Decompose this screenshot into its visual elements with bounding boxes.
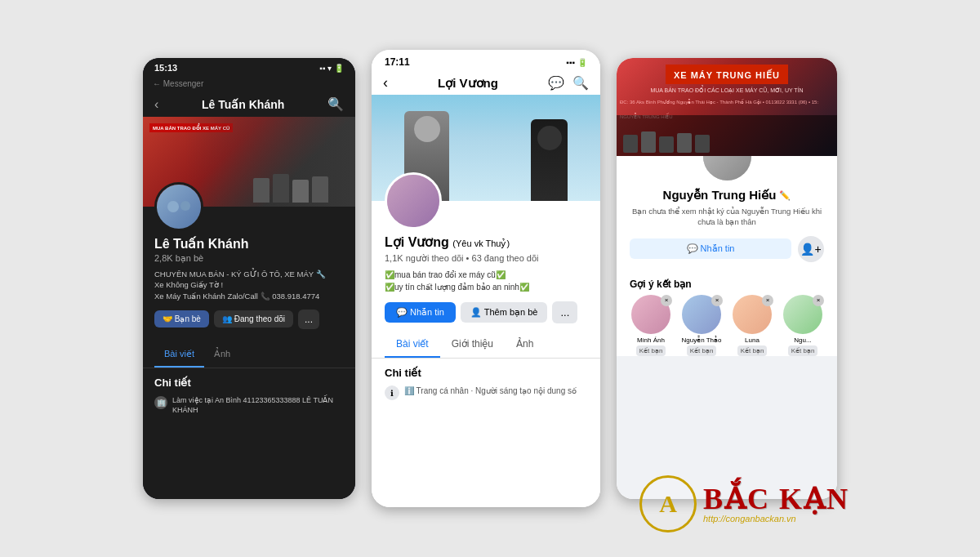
suggest-close-1[interactable]: × <box>711 295 723 306</box>
suggest-card-0: × Minh Ánh Kết bạn <box>630 295 672 357</box>
suggest-close-0[interactable]: × <box>661 295 672 306</box>
phone1-details-work: 🏢 Làm việc tại An Bình 41123365333888 LÊ… <box>154 395 344 416</box>
phone1-tab-posts[interactable]: Bài viết <box>154 342 204 368</box>
phone2-more-button[interactable]: ... <box>552 301 577 323</box>
phone1-back-icon[interactable]: ‹ <box>154 97 158 112</box>
phone1-status-bar: 15:13 ▪▪ ▾ 🔋 <box>143 58 355 76</box>
phone1-details-title: Chi tiết <box>154 377 344 389</box>
phone2-profile-section: Lợi Vương (Yêu vk Thuỷ) 1,1K người theo … <box>372 201 600 332</box>
phone1-header-title: Lê Tuấn Khánh <box>202 98 284 111</box>
phone1-messenger-label[interactable]: ← Messenger <box>153 79 203 88</box>
phone1-nav: ← Messenger <box>143 76 355 91</box>
phone1-search-icon[interactable]: 🔍 <box>327 96 344 112</box>
phone3-cover: XE MÁY TRUNG HIẾU MUA BÁN TRAO ĐỔI CÁC L… <box>617 58 837 156</box>
phone1-work-icon: 🏢 <box>154 396 167 409</box>
page-wrapper: 15:13 ▪▪ ▾ 🔋 ← Messenger ‹ Lê Tuấn Khánh… <box>0 0 980 557</box>
phone1-bio: CHUYÊN MUA BÁN - KÝ GỬI Ô TÔ, XE MÁY 🔧 X… <box>154 269 344 301</box>
phone3-suggest-title: Gợi ý kết bạn <box>617 270 837 295</box>
phone2-status-bar: 17:11 ▪▪▪🔋 <box>372 50 600 71</box>
phone2-tab-intro[interactable]: Giới thiệu <box>440 332 505 358</box>
phone3-message-button[interactable]: 💬 Nhắn tin <box>630 238 791 259</box>
phone1-work-text: Làm việc tại An Bình 41123365333888 LÊ T… <box>172 395 344 416</box>
suggest-close-2[interactable]: × <box>762 295 773 306</box>
phone2-stats: 1,1K người theo dõi • 63 đang theo dõi <box>385 253 587 264</box>
watermark-circle: A <box>639 475 697 532</box>
phone1-actions: 🤝 Bạn bè 👥 Đang theo dõi ... <box>154 310 344 329</box>
phone2-bio: ✅mua bán trao đổi xe máy cũ✅ ✅uy tín chấ… <box>385 269 587 293</box>
phone2-message-button[interactable]: 💬 Nhắn tin <box>385 302 456 323</box>
phone1-details: Chi tiết 🏢 Làm việc tại An Bình 41123365… <box>143 368 355 499</box>
phone1-status-icons: ▪▪ ▾ 🔋 <box>319 64 344 73</box>
suggest-action-3[interactable]: Kết bạn <box>788 345 818 356</box>
phone2-back-icon[interactable]: ‹ <box>383 74 388 91</box>
phone2-profile-name: Lợi Vương (Yêu vk Thuỷ) <box>385 234 587 250</box>
suggest-name-2: Luna <box>745 336 760 345</box>
phone1-tab-photos[interactable]: Ảnh <box>204 342 240 368</box>
phone2-add-friend-button[interactable]: 👤 Thêm bạn bè <box>461 302 548 323</box>
phone3-bio: Bạn chưa thể xem nhật ký của Nguyễn Trun… <box>630 206 824 228</box>
watermark-logo: A BẮC KẠN http://conganbackan.vn <box>639 475 849 532</box>
phone1-friends-button[interactable]: 🤝 Bạn bè <box>154 310 209 328</box>
phone2-avatar <box>385 172 442 229</box>
phone3-suggest-row: × Minh Ánh Kết bạn × Nguyễn Thảo Kết bạn <box>617 295 837 357</box>
phone2-status-icons: ▪▪▪🔋 <box>566 58 587 67</box>
watermark-brand: BẮC KẠN <box>703 484 849 514</box>
phone2-details-title: Chi tiết <box>385 367 587 379</box>
watermark-overlay: A BẮC KẠN http://conganbackan.vn <box>639 475 849 532</box>
suggest-action-1[interactable]: Kết bạn <box>687 345 717 356</box>
phone1-tabs: Bài viết Ảnh <box>143 342 355 368</box>
phone3-profile-section: Nguyễn Trung Hiếu ✏️ Bạn chưa thể xem nh… <box>617 156 837 270</box>
phone3-actions: 💬 Nhắn tin 👤+ <box>630 236 824 262</box>
phone2-tab-posts[interactable]: Bài viết <box>385 332 440 358</box>
phone3-mockup: XE MÁY TRUNG HIẾU MUA BÁN TRAO ĐỔI CÁC L… <box>617 58 837 499</box>
phone3-edit-icon[interactable]: ✏️ <box>779 190 791 201</box>
phone1-header: ‹ Lê Tuấn Khánh 🔍 <box>143 91 355 117</box>
phone2-details: Chi tiết ℹ ℹ️ Trang cá nhân · Người sáng… <box>372 359 600 507</box>
suggest-name-0: Minh Ánh <box>637 336 665 345</box>
phone2-page-info: ℹ ℹ️ Trang cá nhân · Người sáng tạo nội … <box>385 385 587 400</box>
phone2-tabs: Bài viết Giới thiệu Ảnh <box>372 332 600 359</box>
suggest-card-2: × Luna Kết bạn <box>731 295 773 357</box>
phone3-profile-name: Nguyễn Trung Hiếu ✏️ <box>630 188 824 203</box>
phone2-mockup: 17:11 ▪▪▪🔋 ‹ Lợi Vương 💬 🔍 <box>372 50 600 507</box>
phone2-messenger-icon[interactable]: 💬 <box>548 75 564 91</box>
phone2-actions: 💬 Nhắn tin 👤 Thêm bạn bè ... <box>385 301 587 323</box>
suggest-action-0[interactable]: Kết bạn <box>636 345 666 356</box>
phone1-friends-count: 2,8K bạn bè <box>154 253 344 264</box>
suggest-card-1: × Nguyễn Thảo Kết bạn <box>680 295 723 357</box>
phone2-header-title: Lợi Vương <box>438 76 498 91</box>
phone3-add-button[interactable]: 👤+ <box>798 236 824 262</box>
phone1-more-button[interactable]: ... <box>298 310 319 329</box>
phone1-profile-name: Lê Tuấn Khánh <box>154 236 344 252</box>
phone1-avatar <box>154 182 203 231</box>
suggest-name-3: Ngu... <box>794 336 811 345</box>
phone3-cover-sign: XE MÁY TRUNG HIẾU <box>674 70 780 80</box>
phone2-time: 17:11 <box>385 56 410 68</box>
watermark-text-group: BẮC KẠN http://conganbackan.vn <box>703 484 849 524</box>
suggest-close-3[interactable]: × <box>813 295 824 306</box>
phone2-nav: ‹ Lợi Vương 💬 🔍 <box>372 71 600 95</box>
phone2-info-icon: ℹ <box>385 385 399 400</box>
phone1-mockup: 15:13 ▪▪ ▾ 🔋 ← Messenger ‹ Lê Tuấn Khánh… <box>143 58 355 499</box>
watermark-url: http://conganbackan.vn <box>703 514 849 524</box>
suggest-card-3: × Ngu... Kết bạn <box>782 295 824 357</box>
phone3-suggest-section: Gợi ý kết bạn × Minh Ánh Kết bạn <box>617 270 837 357</box>
phone2-page-text: ℹ️ Trang cá nhân · Người sáng tạo nội du… <box>404 385 577 397</box>
suggest-name-1: Nguyễn Thảo <box>682 336 722 345</box>
phone1-following-button[interactable]: 👥 Đang theo dõi <box>214 310 293 328</box>
suggest-action-2[interactable]: Kết bạn <box>737 345 768 356</box>
phone2-tab-photos[interactable]: Ảnh <box>505 332 545 358</box>
phone2-search-icon[interactable]: 🔍 <box>572 75 589 91</box>
watermark-letter: A <box>659 490 677 518</box>
phone1-time: 15:13 <box>154 63 177 73</box>
phone1-profile-section: Lê Tuấn Khánh 2,8K bạn bè CHUYÊN MUA BÁN… <box>143 207 355 337</box>
